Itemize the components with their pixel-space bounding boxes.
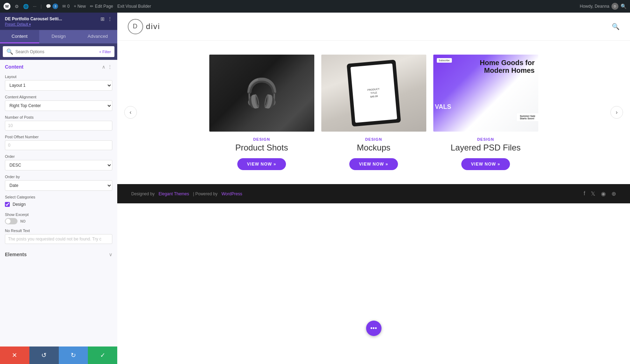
exit-builder-link[interactable]: Exit Visual Builder bbox=[117, 4, 151, 9]
wordpress-link[interactable]: WordPress bbox=[222, 191, 242, 196]
preview-search-icon[interactable]: 🔍 bbox=[612, 23, 620, 30]
content-section-header: Content ∧ ⋮ bbox=[0, 60, 117, 72]
right-preview: D divi 🔍 ‹ DESIGN Product Shots VIEW bbox=[117, 13, 630, 364]
new-link[interactable]: + New bbox=[74, 4, 86, 9]
undo-button[interactable]: ↺ bbox=[29, 346, 59, 364]
carousel-prev-arrow[interactable]: ‹ bbox=[124, 106, 137, 119]
filter-button[interactable]: + Filter bbox=[99, 50, 111, 54]
footer-social-icons: f 𝕏 ◉ ⊕ bbox=[584, 190, 616, 197]
elements-chevron-icon[interactable]: ∨ bbox=[109, 252, 112, 257]
search-bar: 🔍 + Filter bbox=[3, 46, 114, 57]
show-excerpt-field: Show Excerpt NO bbox=[0, 210, 117, 226]
messages-link[interactable]: ✉ 0 bbox=[62, 4, 70, 9]
fab-button[interactable]: ••• bbox=[366, 321, 382, 336]
tabs: Content Design Advanced bbox=[0, 30, 117, 43]
redo-button[interactable]: ↻ bbox=[59, 346, 88, 364]
card-btn-psd[interactable]: VIEW NOW » bbox=[461, 158, 510, 170]
carousel-wrapper: ‹ DESIGN Product Shots VIEW NOW » bbox=[117, 41, 630, 184]
card-category-product-shots: DESIGN bbox=[253, 137, 270, 141]
tab-content[interactable]: Content bbox=[0, 30, 39, 43]
order-by-select[interactable]: Date bbox=[5, 180, 112, 191]
content-section-title: Content bbox=[5, 64, 23, 70]
left-panel: DE Portfolio Carousel Setti... ⊞ ⋮ Prese… bbox=[0, 13, 117, 364]
panel-header: DE Portfolio Carousel Setti... ⊞ ⋮ Prese… bbox=[0, 13, 117, 30]
instagram-icon[interactable]: ◉ bbox=[601, 190, 606, 197]
comments-link[interactable]: 💬 3 bbox=[46, 4, 58, 9]
search-bar-icon: 🔍 bbox=[6, 48, 13, 55]
card-image-mockups: PRODUCT TITLE $49.99 bbox=[321, 55, 426, 132]
card-category-psd: DESIGN bbox=[477, 137, 494, 141]
show-excerpt-label: Show Excerpt bbox=[5, 212, 112, 217]
carousel-card-mockups: PRODUCT TITLE $49.99 DESIGN Mockups VIEW… bbox=[321, 55, 426, 170]
tab-advanced[interactable]: Advanced bbox=[78, 30, 117, 43]
divi-logo: D divi bbox=[128, 19, 160, 34]
num-posts-label: Number of Posts bbox=[5, 115, 112, 119]
card-category-mockups: DESIGN bbox=[365, 137, 382, 141]
divi-icon[interactable]: ⚙ bbox=[15, 4, 19, 9]
categories-label: Select Categories bbox=[5, 195, 112, 199]
preset-label[interactable]: Preset: Default ▾ bbox=[5, 22, 31, 26]
order-select[interactable]: DESC bbox=[5, 160, 112, 170]
show-excerpt-toggle[interactable] bbox=[5, 218, 18, 224]
panel-content: Content ∧ ⋮ Layout Layout 1 Content Alig… bbox=[0, 60, 117, 346]
carousel-area: ‹ DESIGN Product Shots VIEW NOW » bbox=[117, 41, 630, 364]
section-more-icon[interactable]: ⋮ bbox=[107, 64, 112, 70]
category-design-row: Design bbox=[5, 201, 112, 208]
twitter-x-icon[interactable]: 𝕏 bbox=[591, 190, 595, 197]
site-name[interactable]: ··· bbox=[33, 4, 36, 9]
post-offset-label: Post Offset Number bbox=[5, 135, 112, 139]
edit-page-link[interactable]: ✏ Edit Page bbox=[90, 4, 113, 9]
psd-sale-text: Summer SaleStarts Soon! bbox=[517, 113, 538, 121]
order-by-field: Order by Date bbox=[0, 173, 117, 193]
content-alignment-select[interactable]: Right Top Center bbox=[5, 100, 112, 111]
post-offset-input[interactable] bbox=[5, 140, 112, 150]
no-result-text-label: No Result Text bbox=[5, 229, 112, 233]
topbar-search-icon[interactable]: 🔍 bbox=[621, 4, 626, 9]
num-posts-input[interactable] bbox=[5, 121, 112, 131]
carousel-card-product-shots: DESIGN Product Shots VIEW NOW » bbox=[209, 55, 314, 170]
footer-credit: Designed by Elegant Themes | Powered by … bbox=[131, 191, 242, 196]
num-posts-field: Number of Posts bbox=[0, 113, 117, 133]
card-title-product-shots: Product Shots bbox=[235, 143, 288, 153]
layout-select[interactable]: Layout 1 bbox=[5, 80, 112, 91]
no-result-text-input[interactable] bbox=[5, 234, 112, 244]
section-collapse-icon[interactable]: ∧ bbox=[102, 64, 105, 70]
preview-footer: Designed by Elegant Themes | Powered by … bbox=[117, 184, 630, 203]
admin-bar-right: Howdy, Deanna D 🔍 bbox=[580, 3, 627, 10]
facebook-icon[interactable]: f bbox=[584, 190, 585, 197]
cancel-button[interactable]: ✕ bbox=[0, 346, 29, 364]
search-input[interactable] bbox=[15, 49, 97, 54]
bottom-toolbar: ✕ ↺ ↻ ✓ bbox=[0, 346, 117, 364]
carousel-next-arrow[interactable]: › bbox=[610, 106, 623, 119]
panel-icon-more[interactable]: ⋮ bbox=[107, 16, 112, 22]
save-button[interactable]: ✓ bbox=[88, 346, 117, 364]
post-offset-field: Post Offset Number bbox=[0, 133, 117, 152]
order-field: Order DESC bbox=[0, 152, 117, 173]
no-result-text-field: No Result Text bbox=[0, 226, 117, 246]
psd-arrivals-text: VALS bbox=[435, 103, 451, 111]
site-icon[interactable]: 🌐 bbox=[23, 4, 29, 9]
panel-subtitle: Preset: Default ▾ bbox=[5, 22, 112, 26]
card-image-product-shots bbox=[209, 55, 314, 132]
psd-subscribe-text: Subscribe bbox=[437, 58, 452, 63]
carousel-cards: DESIGN Product Shots VIEW NOW » PRODUCT … bbox=[138, 55, 609, 170]
category-design-checkbox[interactable] bbox=[5, 202, 10, 207]
categories-field: Select Categories Design bbox=[0, 193, 117, 210]
tab-design[interactable]: Design bbox=[39, 30, 78, 43]
show-excerpt-value: NO bbox=[20, 219, 26, 223]
layout-label: Layout bbox=[5, 75, 112, 79]
card-btn-mockups[interactable]: VIEW NOW » bbox=[349, 158, 398, 170]
content-alignment-label: Content Alignment bbox=[5, 95, 112, 99]
main-layout: DE Portfolio Carousel Setti... ⊞ ⋮ Prese… bbox=[0, 13, 630, 364]
card-btn-product-shots[interactable]: VIEW NOW » bbox=[237, 158, 286, 170]
avatar: D bbox=[611, 3, 618, 10]
panel-title: DE Portfolio Carousel Setti... bbox=[5, 16, 62, 21]
preview-nav: D divi 🔍 bbox=[117, 13, 630, 41]
category-design-label: Design bbox=[13, 202, 26, 207]
rss-icon[interactable]: ⊕ bbox=[611, 190, 616, 197]
admin-bar: W ⚙ 🌐 ··· | 💬 3 ✉ 0 + New ✏ Edit Page Ex… bbox=[0, 0, 630, 13]
panel-icon-screen[interactable]: ⊞ bbox=[100, 16, 105, 22]
divi-logo-circle: D bbox=[128, 19, 143, 34]
elegant-themes-link[interactable]: Elegant Themes bbox=[159, 191, 189, 196]
wp-logo[interactable]: W bbox=[4, 3, 10, 10]
